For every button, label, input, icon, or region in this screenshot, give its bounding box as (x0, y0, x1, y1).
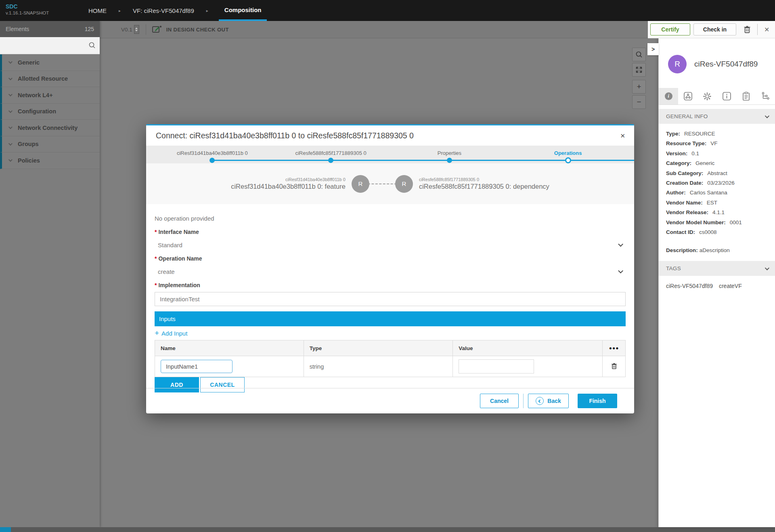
fullscreen-icon[interactable] (632, 63, 646, 77)
interface-name-value: Standard (158, 242, 182, 248)
info-row: Vendor Name:EST (666, 198, 768, 208)
inputs-table-header: Name Type Value ●●● (155, 340, 626, 356)
sdc-logo[interactable]: SDC v.1.16.1-SNAPSHOT (6, 3, 49, 16)
interface-name-label: *Interface Name (155, 229, 626, 235)
from-node-name: ciResf31d41ba40e3b8ff011b 0 (285, 177, 346, 182)
check-in-button[interactable]: Check in (693, 23, 736, 35)
breadcrumb-home[interactable]: HOME (87, 0, 108, 21)
chevron-down-icon (8, 158, 13, 162)
resource-title: ciRes-VF5047df89 (694, 60, 758, 69)
from-node-labels: ciResf31d41ba40e3b8ff011b 0 ciResf31d41b… (231, 177, 346, 190)
step-from-node[interactable]: ciResf31d41ba40e3b8ff011b 0 (153, 146, 272, 163)
from-node-capability: ciResf31d41ba40e3b8ff011b 0: feature (231, 183, 346, 190)
tab-requirements[interactable] (737, 88, 756, 104)
back-button[interactable]: Back (528, 394, 569, 408)
no-operation-text: No operation provided (155, 215, 626, 222)
close-icon[interactable]: ✕ (764, 26, 769, 33)
info-square-icon (722, 92, 731, 101)
search-icon[interactable] (88, 42, 96, 49)
clipboard-icon (742, 92, 750, 101)
panel-body: GENERAL INFO Type:RESOURCE Resource Type… (659, 107, 775, 296)
description-label: Description: (666, 247, 698, 253)
step-to-node[interactable]: ciResfe588fc85f1771889305 0 (272, 146, 390, 163)
modal-title-row: Connect: ciResf31d41ba40e3b8ff011b 0 to … (146, 124, 634, 146)
gear-icon (702, 92, 712, 101)
tab-information[interactable]: i (659, 88, 678, 104)
sidebar-item-network-l4[interactable]: Network L4+ (0, 87, 100, 104)
operation-name-select[interactable]: create (155, 268, 626, 275)
graph-nodes-icon (761, 92, 770, 101)
canvas-toolbar: V0.1 IN DESIGN CHECK OUT (100, 21, 648, 38)
tags-title: TAGS (666, 265, 681, 271)
cancel-button[interactable]: Cancel (480, 394, 519, 408)
canvas-search-button[interactable] (632, 48, 646, 61)
delete-trash-icon[interactable] (611, 363, 617, 369)
sidebar-item-policies[interactable]: Policies (0, 152, 100, 169)
general-info-header[interactable]: GENERAL INFO (659, 109, 775, 124)
wizard-steps: ciResf31d41ba40e3b8ff011b 0 ciResfe588fc… (146, 146, 634, 163)
connection-dashed-line (368, 184, 397, 184)
input-name-field[interactable] (161, 360, 232, 373)
zoom-in-button[interactable]: + (632, 80, 646, 94)
sidebar-item-generic[interactable]: Generic (0, 54, 100, 71)
search-input[interactable] (0, 37, 100, 54)
chevron-down-icon (618, 268, 623, 273)
interface-name-select[interactable]: Standard (155, 242, 626, 248)
zoom-out-button[interactable]: − (632, 95, 646, 109)
tab-properties[interactable] (698, 88, 717, 104)
elements-sidebar: Elements 125 Generic Allotted Resource N… (0, 21, 100, 527)
step-operations[interactable]: Operations (509, 146, 627, 163)
chevron-down-icon (765, 113, 769, 118)
to-node-circle: R (395, 175, 413, 193)
sidebar-item-allotted-resource[interactable]: Allotted Resource (0, 71, 100, 88)
input-value-field[interactable] (459, 359, 534, 373)
row-actions-cell (603, 356, 626, 377)
sidebar-item-configuration[interactable]: Configuration (0, 104, 100, 120)
info-row: Version:0.1 (666, 149, 768, 159)
tab-composition-deps[interactable] (756, 88, 775, 104)
spinner-up-icon (135, 27, 138, 29)
step-properties[interactable]: Properties (390, 146, 509, 163)
from-node-circle: R (352, 175, 369, 193)
modal-title: Connect: ciResf31d41ba40e3b8ff011b 0 to … (156, 131, 414, 140)
info-row: Vendor Release:4.1.1 (666, 208, 768, 217)
tags-header[interactable]: TAGS (659, 261, 775, 276)
certify-button[interactable]: Certify (650, 23, 690, 35)
implementation-input[interactable] (155, 292, 626, 306)
panel-collapse-button[interactable]: > (647, 43, 659, 55)
breadcrumb-composition[interactable]: Composition (219, 0, 267, 21)
column-name: Name (155, 340, 304, 356)
required-asterisk: * (155, 255, 157, 262)
tag-item: createVF (719, 283, 742, 289)
input-type-cell: string (304, 356, 453, 377)
plus-icon: + (155, 329, 159, 338)
actions-toolbar: Certify Check in ✕ (648, 21, 775, 38)
tab-information-artifacts[interactable] (717, 88, 737, 104)
description-row: Description:aDescription (666, 246, 768, 255)
tab-artifacts[interactable] (678, 88, 698, 104)
finish-button[interactable]: Finish (578, 394, 617, 408)
toolbar-divider (146, 24, 146, 35)
sidebar-item-network-connectivity[interactable]: Network Connectivity (0, 120, 100, 136)
delete-trash-icon[interactable] (744, 25, 751, 33)
sidebar-item-groups[interactable]: Groups (0, 136, 100, 153)
step-dot-icon (209, 158, 215, 163)
artifacts-icon (683, 92, 693, 101)
breadcrumb-arrow-icon: ▸ (206, 8, 208, 13)
inputs-section-header: Inputs (155, 311, 626, 326)
footer-divider (523, 394, 524, 408)
breadcrumb-vf[interactable]: VF: ciRes-VF5047df89 (131, 0, 196, 21)
close-icon[interactable]: ✕ (620, 132, 625, 140)
resource-info-panel: R ciRes-VF5047df89 i GENERAL INFO (658, 38, 775, 527)
lifecycle-status-label: IN DESIGN CHECK OUT (166, 27, 229, 33)
add-input-link[interactable]: + Add Input (155, 329, 187, 338)
version-label: V0.1 (121, 27, 132, 33)
tags-values: ciRes-VF5047df89 createVF (659, 276, 775, 296)
version-dropdown[interactable] (134, 25, 139, 34)
general-info-fields: Type:RESOURCE Resource Type:VF Version:0… (659, 124, 775, 255)
toolbar-divider (757, 24, 758, 35)
info-row: Category:Generic (666, 159, 768, 168)
info-row: Resource Type:VF (666, 139, 768, 148)
inputs-table: Name Type Value ●●● string (155, 340, 626, 377)
breadcrumb: HOME ▸ VF: ciRes-VF5047df89 ▸ Compositio… (87, 0, 267, 21)
